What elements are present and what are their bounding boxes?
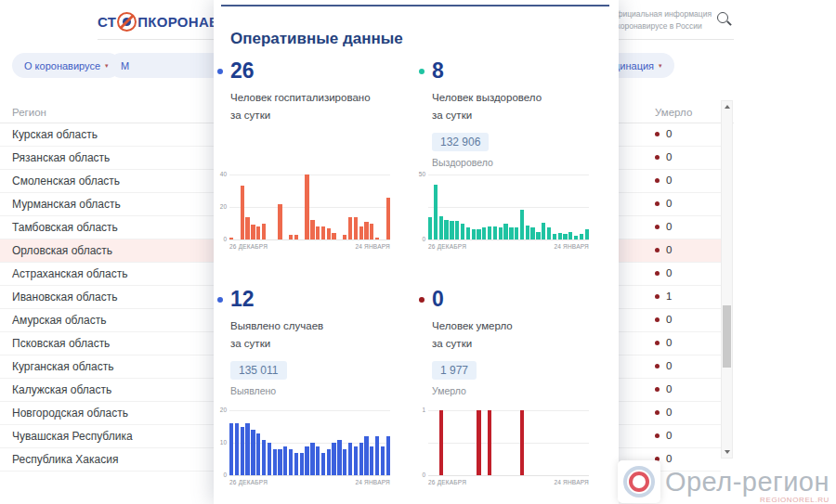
modal-title: Оперативные данные	[230, 30, 403, 48]
watermark-logo-card	[618, 460, 660, 503]
modal-accent-line	[221, 5, 609, 6]
x-axis-labels: 26 ДЕКАБРЯ 24 ЯНВАРЯ	[229, 243, 390, 250]
deaths-cell: 0	[655, 267, 672, 278]
deaths-cell: 0	[655, 198, 672, 209]
deaths-dot-icon	[655, 341, 660, 345]
orel-region-logo-icon	[623, 466, 655, 498]
region-name: Республика Хакасия	[12, 453, 118, 466]
plot-area	[229, 410, 390, 475]
deaths-value: 0	[666, 221, 672, 232]
region-name: Калужская область	[12, 383, 111, 396]
scroll-down-arrow-icon[interactable]	[722, 446, 732, 458]
deaths-dot-icon	[655, 248, 660, 252]
operational-data-modal: Оперативные данные 26 Человек госпитализ…	[214, 0, 619, 504]
deaths-value: 0	[666, 407, 672, 418]
stat-label: Выявлено случаев за сутки	[230, 317, 408, 353]
stat-bullet-icon	[419, 297, 425, 303]
plot-area	[229, 174, 390, 239]
x-axis-start-label: 26 ДЕКАБРЯ	[428, 479, 466, 485]
official-info-text: Официальная информация о коронавирусе в …	[610, 8, 712, 32]
scroll-up-arrow-icon[interactable]	[722, 101, 732, 112]
site-logo[interactable]: СТ ПКОРОНАВИ	[98, 12, 229, 32]
total-badge-label: Умерло	[432, 385, 609, 396]
deaths-value: 0	[666, 314, 672, 325]
nav-button-measures[interactable]: М	[109, 53, 226, 78]
deaths-value: 0	[666, 267, 672, 278]
region-name: Курская область	[12, 128, 98, 141]
deaths-dot-icon	[655, 294, 660, 299]
column-header-region: Регион	[12, 107, 46, 118]
deaths-cell: 1	[655, 291, 672, 302]
stat-bullet-icon	[217, 69, 223, 74]
stat-label: Человек умерло за сутки	[432, 317, 609, 353]
chart-hospitalized: 40200 26 ДЕКАБРЯ 24 ЯНВАРЯ	[216, 174, 393, 252]
watermark: Орел-регион REGIONOREL.RU	[618, 460, 833, 503]
search-icon[interactable]	[716, 11, 733, 28]
deaths-cell: 0	[655, 430, 672, 441]
deaths-value: 0	[666, 337, 672, 348]
deaths-dot-icon	[655, 433, 660, 438]
bars	[428, 174, 589, 239]
vertical-scrollbar[interactable]	[721, 100, 733, 459]
deaths-dot-icon	[655, 364, 660, 368]
deaths-dot-icon	[655, 271, 660, 276]
deaths-cell: 0	[655, 407, 672, 418]
nav-button-about-coronavirus[interactable]: О коронавирусе ▾	[12, 53, 121, 78]
stat-value: 0	[432, 288, 609, 311]
stat-died: 0 Человек умерло за сутки 1 977 Умерло	[419, 288, 609, 396]
region-name: Ивановская область	[12, 291, 118, 304]
region-name: Амурская область	[12, 314, 106, 327]
x-axis-start-label: 26 ДЕКАБРЯ	[229, 479, 268, 485]
plot-area	[428, 174, 589, 239]
total-badge: 135 011	[230, 361, 287, 380]
region-name: Новгородская область	[12, 407, 128, 420]
region-name: Мурманская область	[12, 198, 121, 211]
deaths-value: 0	[666, 244, 672, 255]
column-header-deaths: Умерло	[655, 107, 692, 118]
bars	[229, 174, 390, 239]
x-axis-end-label: 24 ЯНВАРЯ	[554, 243, 589, 250]
deaths-value: 0	[666, 360, 672, 371]
total-badge-label: Выявлено	[230, 385, 408, 396]
chart-recovered: 500 26 ДЕКАБРЯ 24 ЯНВАРЯ	[415, 174, 592, 252]
stat-detected: 12 Выявлено случаев за сутки 135 011 Выя…	[217, 288, 408, 396]
x-axis-start-label: 26 ДЕКАБРЯ	[428, 243, 466, 250]
total-badge: 132 906	[432, 133, 489, 151]
scrollbar-thumb[interactable]	[723, 305, 731, 368]
deaths-dot-icon	[655, 317, 660, 322]
x-axis-start-label: 26 ДЕКАБРЯ	[229, 243, 268, 250]
total-badge-label: Выздоровело	[432, 157, 609, 168]
deaths-cell: 0	[655, 360, 672, 371]
x-axis-end-label: 24 ЯНВАРЯ	[554, 479, 589, 485]
chart-detected: 20100 26 ДЕКАБРЯ 24 ЯНВАРЯ	[216, 410, 393, 488]
deaths-value: 0	[666, 198, 672, 209]
deaths-cell: 0	[655, 221, 672, 232]
chevron-down-icon: ▾	[659, 62, 662, 70]
deaths-value: 0	[666, 383, 672, 394]
deaths-value: 0	[666, 174, 672, 186]
stat-hospitalized: 26 Человек госпитализировано за сутки	[217, 59, 408, 124]
deaths-cell: 0	[655, 314, 672, 325]
deaths-value: 0	[666, 128, 672, 139]
deaths-value: 0	[666, 151, 672, 162]
logo-inner-ring	[629, 472, 649, 492]
region-name: Смоленская область	[12, 174, 120, 187]
region-name: Астраханская область	[12, 267, 127, 280]
deaths-cell: 0	[655, 174, 672, 186]
stat-bullet-icon	[217, 297, 223, 303]
stat-recovered: 8 Человек выздоровело за сутки 132 906 В…	[419, 59, 609, 168]
nav-button-label: М	[121, 60, 129, 71]
deaths-cell: 0	[655, 128, 672, 139]
deaths-cell: 0	[655, 151, 672, 162]
deaths-dot-icon	[655, 201, 660, 206]
deaths-dot-icon	[655, 387, 660, 392]
region-name: Курганская область	[12, 360, 113, 373]
stat-value: 26	[230, 59, 408, 83]
virus-no-entry-icon	[117, 12, 137, 32]
stat-label: Человек госпитализировано за сутки	[230, 89, 408, 124]
x-axis-labels: 26 ДЕКАБРЯ 24 ЯНВАРЯ	[428, 243, 589, 250]
deaths-dot-icon	[655, 155, 660, 160]
region-name: Рязанская область	[12, 151, 110, 164]
chart-died: 10 26 ДЕКАБРЯ 24 ЯНВАРЯ	[415, 410, 592, 488]
deaths-dot-icon	[655, 132, 660, 136]
